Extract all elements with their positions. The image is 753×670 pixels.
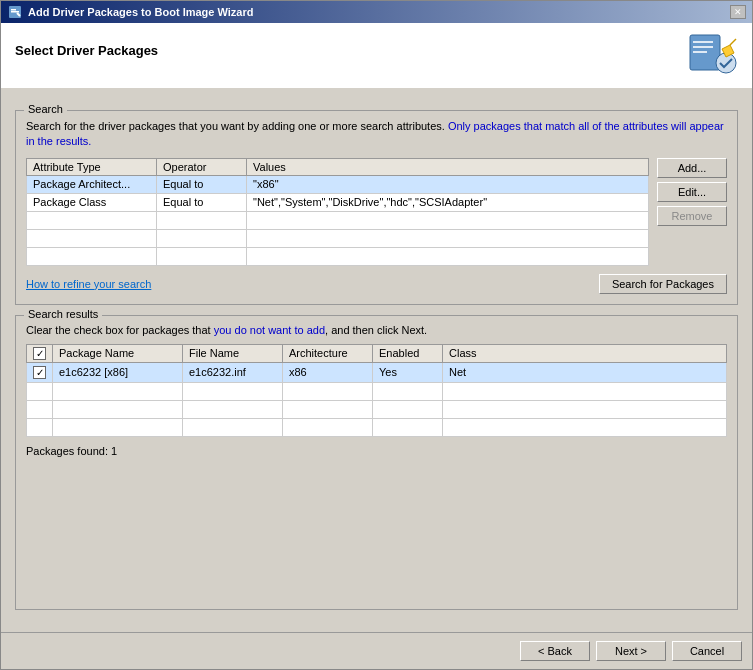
search-description: Search for the driver packages that you …	[26, 119, 727, 150]
result-empty-2	[27, 400, 727, 418]
refine-search-link[interactable]: How to refine your search	[26, 278, 151, 290]
remove-button[interactable]: Remove	[657, 206, 727, 226]
titlebar-controls[interactable]: ✕	[730, 5, 746, 19]
search-group-label: Search	[24, 103, 67, 115]
table-row-empty-2	[27, 229, 649, 247]
result-pkg-name: e1c6232 [x86]	[53, 362, 183, 382]
content-area: Search Search for the driver packages th…	[1, 98, 752, 632]
svg-rect-5	[693, 46, 713, 48]
row-checkbox[interactable]	[27, 362, 53, 382]
attr-val-2: "Net","System","DiskDrive","hdc","SCSIAd…	[247, 193, 649, 211]
table-row[interactable]: Package Class Equal to "Net","System","D…	[27, 193, 649, 211]
titlebar-icon	[7, 4, 23, 20]
titlebar-title: Add Driver Packages to Boot Image Wizard	[28, 6, 253, 18]
results-desc-start: Clear the check box for packages that	[26, 324, 214, 336]
col-class: Class	[443, 344, 727, 362]
close-button[interactable]: ✕	[730, 5, 746, 19]
side-buttons: Add... Edit... Remove	[657, 158, 727, 266]
attr-op-1: Equal to	[157, 175, 247, 193]
svg-rect-2	[11, 9, 16, 11]
results-desc-end: , and then click Next.	[325, 324, 427, 336]
attr-type-2: Package Class	[27, 193, 157, 211]
result-class: Net	[443, 362, 727, 382]
result-enabled: Yes	[373, 362, 443, 382]
col-operator: Operator	[157, 158, 247, 175]
titlebar: Add Driver Packages to Boot Image Wizard…	[1, 1, 752, 23]
attributes-table: Attribute Type Operator Values Package A…	[26, 158, 649, 266]
table-row-empty-1	[27, 211, 649, 229]
col-architecture: Architecture	[283, 344, 373, 362]
footer-bar: < Back Next > Cancel	[1, 632, 752, 669]
titlebar-left: Add Driver Packages to Boot Image Wizard	[7, 4, 253, 20]
table-row[interactable]: Package Architect... Equal to "x86"	[27, 175, 649, 193]
results-group-label: Search results	[24, 308, 102, 320]
back-button[interactable]: < Back	[520, 641, 590, 661]
table-row-empty-3	[27, 247, 649, 265]
attr-type-1: Package Architect...	[27, 175, 157, 193]
next-button[interactable]: Next >	[596, 641, 666, 661]
page-header-section: Select Driver Packages	[1, 23, 752, 88]
results-group: Search results Clear the check box for p…	[15, 315, 738, 610]
col-enabled: Enabled	[373, 344, 443, 362]
wizard-window: Add Driver Packages to Boot Image Wizard…	[0, 0, 753, 670]
result-row-1[interactable]: e1c6232 [x86] e1c6232.inf x86 Yes Net	[27, 362, 727, 382]
add-button[interactable]: Add...	[657, 158, 727, 178]
results-desc-highlight: you do not want to add	[214, 324, 325, 336]
col-check	[27, 344, 53, 362]
svg-rect-6	[693, 51, 707, 53]
result-empty-1	[27, 382, 727, 400]
edit-button[interactable]: Edit...	[657, 182, 727, 202]
col-attribute-type: Attribute Type	[27, 158, 157, 175]
result-architecture: x86	[283, 362, 373, 382]
packages-found: Packages found: 1	[26, 445, 727, 457]
attr-val-1: "x86"	[247, 175, 649, 193]
search-footer: How to refine your search Search for Pac…	[26, 274, 727, 294]
row-checkbox-1[interactable]	[33, 366, 46, 379]
page-title: Select Driver Packages	[15, 43, 158, 58]
search-group: Search Search for the driver packages th…	[15, 110, 738, 305]
search-desc-start: Search for the driver packages that you …	[26, 120, 448, 132]
search-packages-button[interactable]: Search for Packages	[599, 274, 727, 294]
select-all-checkbox[interactable]	[33, 347, 46, 360]
col-values: Values	[247, 158, 649, 175]
svg-rect-1	[11, 11, 19, 13]
search-table-area: Attribute Type Operator Values Package A…	[26, 158, 727, 266]
col-pkg-name: Package Name	[53, 344, 183, 362]
cancel-button[interactable]: Cancel	[672, 641, 742, 661]
svg-rect-4	[693, 41, 713, 43]
result-empty-3	[27, 418, 727, 436]
results-description: Clear the check box for packages that yo…	[26, 324, 727, 336]
results-table: Package Name File Name Architecture Enab…	[26, 344, 727, 437]
wizard-icon-area	[686, 31, 738, 80]
attr-op-2: Equal to	[157, 193, 247, 211]
col-file-name: File Name	[183, 344, 283, 362]
wizard-icon	[686, 31, 738, 77]
result-file-name: e1c6232.inf	[183, 362, 283, 382]
